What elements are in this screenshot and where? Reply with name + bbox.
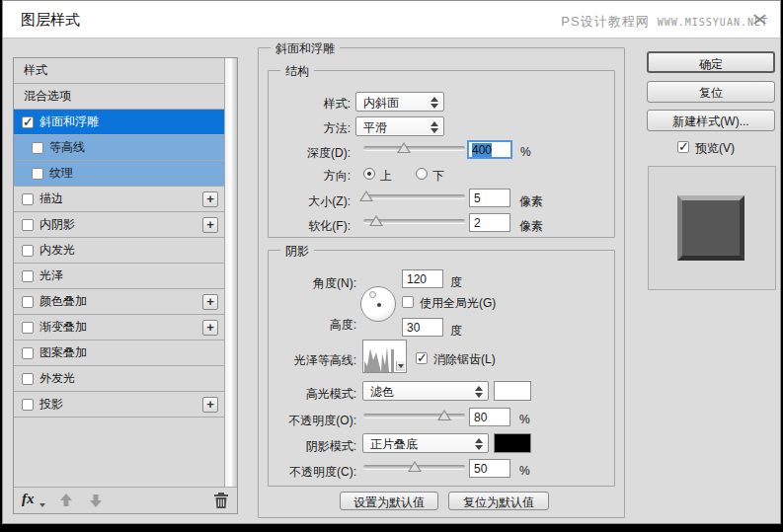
anti-aliased-label: 消除锯齿(L) [433,351,496,368]
bevel-preview-thumbnail [677,195,744,261]
direction-up-radio[interactable] [363,168,375,180]
reset-button[interactable]: 复位 [647,81,775,103]
size-slider[interactable] [363,190,465,202]
anti-aliased-checkbox[interactable] [416,352,428,364]
slider-thumb[interactable] [437,410,451,420]
contour-dropdown-icon[interactable] [396,361,405,371]
contour-checkbox[interactable] [32,142,43,154]
move-effect-down-button[interactable] [89,493,103,511]
angle-dial[interactable] [360,286,396,322]
sidebar-item-inner-glow[interactable]: 内发光 [14,238,224,264]
style-preview-panel [648,166,776,290]
technique-select[interactable]: 平滑 [355,116,444,136]
outer-glow-checkbox[interactable] [22,373,34,385]
ok-button[interactable]: 确定 [647,51,775,73]
add-color-overlay-icon[interactable] [202,294,218,310]
depth-input[interactable]: 400 [467,140,512,159]
gradient-overlay-checkbox[interactable] [22,322,34,334]
add-stroke-icon[interactable] [202,191,218,207]
pattern-overlay-checkbox[interactable] [22,347,34,359]
shadow-mode-select[interactable]: 正片叠底 [362,433,489,453]
slider-thumb[interactable] [369,215,383,226]
fx-menu-button[interactable]: fx [22,491,35,507]
color-overlay-checkbox[interactable] [22,296,34,308]
stroke-checkbox[interactable] [22,193,34,205]
sidebar-item-label: 颜色叠加 [39,293,87,310]
sidebar-item-satin[interactable]: 光泽 [14,264,224,289]
altitude-input[interactable]: 30 [402,318,443,337]
satin-checkbox[interactable] [22,270,34,282]
move-effect-up-button[interactable] [59,493,73,511]
fx-menu-caret-icon [39,503,45,507]
sidebar-item-label: 外发光 [39,370,75,387]
angle-label: 角度(N): [258,275,356,292]
drop-shadow-checkbox[interactable] [22,399,34,411]
highlight-mode-label: 高光模式: [258,386,356,403]
shadow-opacity-input[interactable]: 50 [469,459,510,478]
soften-slider[interactable] [363,214,465,227]
sidebar-item-contour[interactable]: 等高线 [14,135,224,161]
highlight-opacity-input[interactable]: 80 [469,408,510,426]
shadow-color-swatch[interactable] [494,433,531,453]
preview-checkbox[interactable] [677,141,689,153]
slider-thumb[interactable] [359,190,373,201]
add-inner-shadow-icon[interactable] [202,217,218,233]
set-default-button[interactable]: 设置为默认值 [340,492,438,510]
new-style-button[interactable]: 新建样式(W)... [647,110,775,131]
gloss-contour-thumbnail [364,342,397,372]
delete-effect-button[interactable] [213,492,229,512]
direction-down-radio[interactable] [416,168,428,180]
size-input[interactable]: 5 [469,189,510,207]
add-drop-shadow-icon[interactable] [202,397,218,413]
sidebar-item-stroke[interactable]: 描边 [14,187,224,212]
technique-label: 方法: [258,120,351,137]
use-global-light-label: 使用全局光(G) [420,295,496,312]
reset-default-button[interactable]: 复位为默认值 [448,492,549,510]
slider-track[interactable] [363,194,465,198]
sidebar-item-inner-shadow[interactable]: 内阴影 [14,212,224,238]
highlight-opacity-slider[interactable] [363,409,465,421]
highlight-mode-select[interactable]: 滤色 [362,381,489,401]
inner-shadow-checkbox[interactable] [22,219,34,231]
sidebar-item-styles[interactable]: 样式 [14,58,224,84]
direction-up-label: 上 [380,168,392,185]
sidebar-item-blending-options[interactable]: 混合选项 [14,84,224,110]
use-global-light-checkbox[interactable] [402,296,414,308]
highlight-color-swatch[interactable] [494,381,531,401]
depth-slider[interactable] [363,141,465,154]
soften-input[interactable]: 2 [469,213,510,232]
sidebar-item-outer-glow[interactable]: 外发光 [14,366,224,392]
watermark: PS设计教程网www.missyuan.net × [561,13,768,31]
bevel-emboss-checkbox[interactable] [22,116,34,128]
inner-glow-checkbox[interactable] [22,245,34,257]
sidebar-item-pattern-overlay[interactable]: 图案叠加 [14,341,224,366]
angle-input[interactable]: 120 [402,269,443,288]
sidebar-item-label: 投影 [39,396,63,413]
sidebar-item-label: 纹理 [49,165,73,182]
sidebar-scrollbar[interactable] [224,58,237,487]
watermark-x-icon: × [751,7,768,33]
size-unit: 像素 [519,193,543,210]
size-label: 大小(Z): [258,193,351,210]
add-gradient-overlay-icon[interactable] [202,320,218,336]
gloss-contour-picker[interactable] [362,340,407,373]
slider-track[interactable] [363,146,465,150]
slider-thumb[interactable] [408,461,422,472]
dropdown-arrows-icon [475,438,483,450]
sidebar-item-label: 渐变叠加 [39,319,87,336]
dropdown-arrows-icon [431,97,438,109]
texture-checkbox[interactable] [32,168,43,180]
sidebar-item-bevel-emboss[interactable]: 斜面和浮雕 [14,110,224,135]
dropdown-arrows-icon [431,121,438,133]
shadow-opacity-slider[interactable] [363,460,465,473]
watermark-site: PS设计教程网 [561,14,649,29]
sidebar-item-gradient-overlay[interactable]: 渐变叠加 [14,315,224,341]
sidebar-item-drop-shadow[interactable]: 投影 [14,392,224,418]
sidebar-item-color-overlay[interactable]: 颜色叠加 [14,289,224,315]
highlight-mode-value: 滤色 [370,385,394,399]
bevel-style-select[interactable]: 内斜面 [355,92,444,112]
altitude-label: 高度: [258,317,356,334]
slider-thumb[interactable] [397,142,411,153]
angle-dial-marker [369,291,376,298]
sidebar-item-texture[interactable]: 纹理 [14,161,224,187]
